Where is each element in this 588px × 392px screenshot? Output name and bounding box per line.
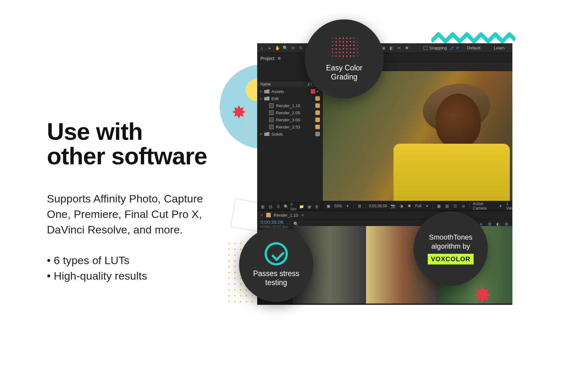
puppet-tool-icon[interactable]: ✱ — [404, 45, 410, 51]
region-icon[interactable]: ⊡ — [453, 203, 458, 209]
hand-tool-icon[interactable]: ✋ — [275, 45, 280, 51]
label-swatch[interactable] — [315, 96, 320, 101]
orbit-tool-icon[interactable]: ⟳ — [290, 45, 296, 51]
bpc-label[interactable]: 8 bpc — [291, 204, 297, 210]
asset-row[interactable]: > Solids — [257, 130, 322, 138]
timeline-comp-name[interactable]: Render_1.10 — [274, 213, 298, 218]
dot-grid-icon — [331, 36, 358, 59]
home-icon[interactable]: ⌂ — [259, 45, 265, 51]
resolution-dropdown[interactable]: Full — [415, 204, 421, 208]
chevron-down-icon[interactable]: ▾ — [425, 203, 430, 209]
composition-icon — [269, 103, 274, 108]
badge-stress-testing: Passes stress testing — [239, 228, 313, 302]
asset-label: Render_1.10 — [276, 103, 315, 108]
folder-icon — [264, 132, 269, 136]
magnet-icon[interactable]: ⎇ — [449, 46, 454, 50]
badge-color-grading: Easy Color Grading — [305, 19, 384, 98]
transparency-grid-icon[interactable]: ▦ — [436, 203, 442, 209]
panel-menu-icon[interactable]: ≡ — [278, 56, 281, 61]
new-comp-icon[interactable]: ▣ — [306, 204, 312, 210]
description-text: Supports Affinity Photo, Capture One, Pr… — [47, 191, 228, 237]
headline: Use with other software — [47, 119, 228, 169]
selection-tool-icon[interactable]: ▸ — [267, 45, 273, 51]
voxcolor-tag: VOXCOLOR — [428, 254, 474, 264]
rotate-tool-icon[interactable]: ↻ — [298, 45, 304, 51]
timecode-overlay-icon[interactable]: ⧈ — [461, 203, 466, 209]
panel-menu-icon[interactable]: ≡ — [301, 213, 304, 218]
chevron-down-icon[interactable]: ▾ — [498, 203, 503, 209]
label-swatch[interactable] — [315, 125, 320, 129]
asset-label: Solids — [271, 132, 315, 137]
column-name-header[interactable]: Name — [260, 82, 306, 87]
guides-icon[interactable]: ▥ — [445, 203, 450, 209]
snapping-checkbox[interactable] — [424, 46, 427, 50]
snap-options-icon[interactable]: ✕ — [456, 46, 459, 50]
current-timecode[interactable]: 0;00;36;08 — [260, 219, 288, 225]
roto-tool-icon[interactable]: ✂ — [396, 45, 402, 51]
timecode-display[interactable]: 0;00;36;08 — [369, 204, 387, 208]
asset-label: Render_2.05 — [276, 110, 315, 115]
label-swatch[interactable] — [315, 103, 320, 108]
channels-icon[interactable]: ◑ — [399, 203, 404, 209]
new-folder-icon[interactable]: 📁 — [299, 204, 304, 210]
badge-voxcolor: SmoothTones algorithm by VOXCOLOR — [414, 211, 488, 286]
expand-chevron-icon[interactable]: > — [260, 132, 264, 137]
folder-icon — [264, 89, 269, 94]
asset-row[interactable]: > Assets ▪ — [257, 88, 322, 95]
chevron-down-icon[interactable]: ▾ — [345, 203, 351, 209]
trash-icon[interactable]: 🗑 — [314, 204, 320, 210]
interpret-footage-icon[interactable]: ▦ — [260, 204, 266, 210]
zoom-level[interactable]: 50% — [334, 204, 342, 208]
composition-icon — [269, 118, 274, 122]
deco-star-icon: ✸ — [473, 282, 492, 308]
folder-icon — [264, 96, 269, 101]
label-swatch[interactable] — [315, 118, 320, 122]
badge-text: Passes stress — [253, 269, 299, 278]
expand-chevron-icon[interactable]: > — [260, 96, 264, 101]
asset-row[interactable]: Render_1.10 — [257, 102, 322, 109]
label-swatch[interactable] — [315, 132, 320, 136]
asset-label: Render_3.00 — [276, 118, 315, 122]
tag-icon[interactable]: 🏷 — [306, 82, 313, 87]
zoom-tool-icon[interactable]: 🔍 — [282, 45, 288, 51]
composition-icon — [269, 125, 274, 129]
workspace-learn-tab[interactable]: Learn — [488, 46, 510, 50]
project-footer-bar: ▦ ▤ ☰ 🔍 8 bpc 📁 ▣ 🗑 — [257, 202, 322, 211]
search-icon[interactable]: 🔍 — [283, 204, 289, 210]
workspace-default-tab[interactable]: Default — [461, 46, 486, 50]
view-count-dropdown[interactable]: 1 View — [506, 201, 512, 211]
badge-text: testing — [265, 278, 287, 287]
watermark-text: sparklestock — [244, 102, 251, 140]
bullet-item: • 6 types of LUTs — [47, 253, 228, 268]
camera-dropdown[interactable]: Active Camera — [473, 201, 495, 211]
eraser-tool-icon[interactable]: ◧ — [389, 45, 394, 51]
timeline-tab-bar: × Render_1.10 ≡ — [257, 211, 512, 220]
headline-line2: other software — [47, 143, 207, 170]
snapshot-icon[interactable]: 📷 — [390, 203, 395, 209]
viewer-controls-bar: ▣ 50% ▾ ⊞ 0;00;36;08 📷 ◑ ✹ Full ▾ ▦ ▥ ⊡ … — [323, 201, 512, 211]
label-swatch[interactable] — [315, 110, 320, 115]
project-panel-title[interactable]: Project — [260, 56, 275, 61]
resolution-icon[interactable]: ⊞ — [357, 203, 362, 209]
composition-icon — [269, 110, 274, 115]
asset-label: Assets — [271, 89, 311, 94]
bullet-item: • High-quality results — [47, 268, 228, 284]
asset-row[interactable]: Render_2.05 — [257, 109, 322, 116]
thumb-view-icon[interactable]: ▤ — [268, 204, 273, 210]
asset-row[interactable]: > Edit — [257, 95, 322, 102]
close-tab-icon[interactable]: × — [260, 213, 263, 218]
asset-row[interactable]: Render_3.53 — [257, 123, 322, 130]
mask-toggle-icon[interactable]: ▣ — [326, 203, 331, 209]
list-view-icon[interactable]: ☰ — [275, 204, 281, 210]
expand-chevron-icon[interactable]: > — [260, 89, 264, 94]
headline-line1: Use with — [47, 118, 142, 145]
label-swatch[interactable] — [311, 89, 315, 94]
snapping-label: Snapping — [429, 46, 447, 50]
badge-text: algorithm by — [431, 242, 470, 250]
timeline-search-icon[interactable]: 🔍 — [293, 222, 299, 226]
top-toolbar: ⌂ ▸ ✋ 🔍 ⟳ ↻ + ✎ T ✦ ◉ ◧ ✂ ✱ Snapping ⎇ ✕… — [257, 43, 512, 53]
asset-row[interactable]: Render_3.00 — [257, 116, 322, 123]
asset-label: Edit — [271, 96, 315, 101]
color-mgmt-icon[interactable]: ✹ — [407, 203, 412, 209]
checkmark-ring-icon — [265, 242, 288, 265]
